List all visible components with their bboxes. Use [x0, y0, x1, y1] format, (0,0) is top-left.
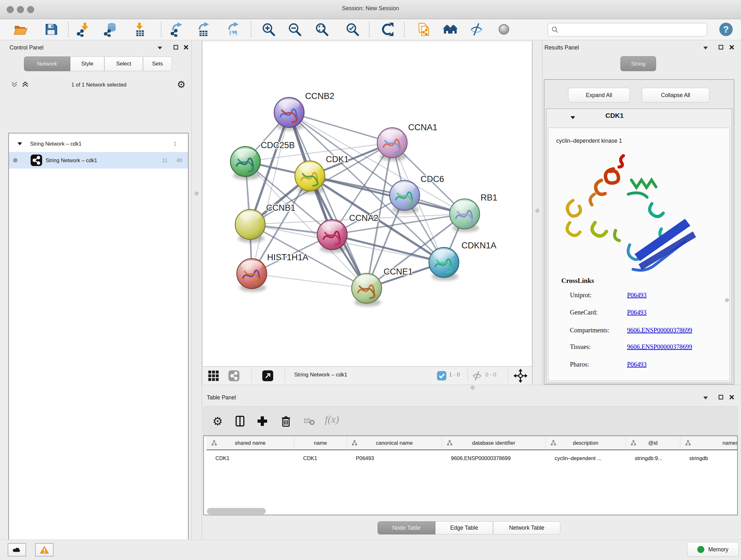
table-panel-close-button[interactable] [728, 394, 735, 400]
results-panel-close-button[interactable] [728, 44, 735, 51]
hide-selected-button[interactable] [468, 20, 485, 38]
import-network-database-button[interactable] [102, 20, 119, 38]
refresh-button[interactable] [379, 20, 396, 38]
show-columns-button[interactable] [232, 413, 248, 429]
table-cell[interactable]: stringdb [680, 451, 738, 465]
tab-select[interactable]: Select [105, 57, 143, 71]
graph-node-CCNE1[interactable] [352, 273, 382, 307]
left-splitter-grip[interactable] [195, 192, 199, 195]
right-splitter-grip[interactable] [536, 209, 539, 212]
column-header-shared-name[interactable]: shared name [206, 436, 294, 450]
results-panel-float-button[interactable] [718, 44, 724, 51]
fit-selected-button[interactable] [514, 369, 528, 383]
import-network-file-button[interactable] [74, 20, 92, 38]
function-builder-button[interactable]: f(x) [325, 414, 339, 425]
open-session-button[interactable] [11, 20, 29, 38]
graph-node-CDKN1A[interactable] [429, 247, 459, 281]
graph-node-RB1[interactable] [450, 199, 480, 232]
warnings-button[interactable] [35, 543, 54, 557]
column-header-namespace[interactable]: namespace [680, 436, 738, 450]
memory-button[interactable]: Memory [687, 542, 739, 557]
search-input[interactable] [548, 23, 707, 37]
control-panel-float-menu[interactable] [156, 45, 163, 51]
column-header--id[interactable]: @id [626, 436, 680, 450]
network-row[interactable]: String Network – cdk1 11 48 [9, 152, 188, 169]
column-header-description[interactable]: description [546, 436, 626, 450]
grid-view-button[interactable] [208, 370, 219, 381]
tree-expander-icon[interactable] [17, 142, 22, 145]
node-table[interactable]: shared namenamecanonical namedatabase id… [203, 435, 738, 515]
table-cell[interactable]: CDK1 [206, 451, 294, 465]
network-canvas[interactable]: CCNB2CCNA1CDC25BCDK1CDC6RB1CCNB1CCNA2CDK… [202, 42, 532, 366]
crosslink-link[interactable]: 9606.ENSP00000378699 [627, 343, 692, 351]
column-header-name[interactable]: name [294, 436, 347, 450]
control-panel-float-button[interactable] [172, 44, 179, 51]
control-panel-close-button[interactable] [183, 44, 190, 51]
export-image-button[interactable] [224, 20, 242, 38]
table-cell[interactable]: cyclin–dependent ... [546, 451, 626, 465]
table-settings-gear-button[interactable]: ⚙ [209, 413, 226, 429]
tab-string[interactable]: String [620, 56, 656, 71]
delete-table-button[interactable] [301, 413, 318, 429]
home-button[interactable] [441, 20, 459, 38]
table-cell[interactable]: P06493 [347, 451, 442, 465]
zoom-selected-button[interactable] [344, 20, 361, 38]
hidden-toggle[interactable] [472, 370, 482, 381]
tab-node-table[interactable]: Node Table [378, 521, 435, 535]
zoom-out-button[interactable] [286, 20, 304, 38]
table-cell[interactable]: stringdb:9... [626, 451, 680, 465]
column-header-database-identifier[interactable]: database identifier [442, 436, 546, 450]
graph-node-CCNB2[interactable] [274, 98, 304, 131]
export-table-button[interactable] [195, 20, 212, 38]
graph-node-HIST1H1A[interactable] [237, 259, 267, 292]
crosslink-link[interactable]: 9606.ENSP00000378699 [627, 327, 692, 334]
graph-node-CCNB1[interactable] [235, 209, 265, 243]
table-cell[interactable]: CDK1 [294, 451, 347, 465]
tab-network[interactable]: Network [24, 57, 70, 71]
graph-node-CCNA1[interactable] [377, 128, 407, 161]
results-panel-float-menu[interactable] [702, 45, 709, 51]
crosslink-link[interactable]: P06493 [627, 309, 647, 316]
gene-section-expander-icon[interactable] [570, 116, 576, 119]
crosslink-link[interactable]: P06493 [627, 361, 647, 368]
column-header-canonical-name[interactable]: canonical name [347, 436, 442, 450]
graph-edge[interactable] [252, 273, 367, 288]
graph-node-CDC25B[interactable] [230, 146, 260, 180]
table-panel-float-menu[interactable] [702, 395, 709, 401]
crosslink-link[interactable]: P06493 [627, 292, 647, 299]
network-options-gear-button[interactable]: ⚙ [176, 79, 186, 89]
collapse-all-networks-button[interactable] [11, 81, 18, 87]
show-all-button[interactable] [495, 20, 513, 38]
left-splitter[interactable] [192, 40, 202, 540]
help-button[interactable]: ? [718, 20, 735, 38]
bottom-splitter[interactable] [202, 385, 741, 390]
results-scroll-dot[interactable] [725, 298, 729, 302]
tab-edge-table[interactable]: Edge Table [435, 521, 493, 535]
network-view-app-button[interactable] [228, 370, 240, 381]
network-collection-row[interactable]: String Network – cdk1 1 [9, 135, 188, 152]
share-document-button[interactable] [415, 20, 433, 38]
graph-node-CDC6[interactable] [390, 180, 420, 213]
tab-network-table[interactable]: Network Table [493, 521, 560, 535]
expand-all-networks-button[interactable] [22, 81, 29, 87]
table-cell[interactable]: 9606.ENSP00000378699 [442, 451, 546, 465]
delete-column-button[interactable] [278, 413, 294, 429]
expand-all-button[interactable]: Expand All [568, 88, 630, 103]
network-graph[interactable]: CCNB2CCNA1CDC25BCDK1CDC6RB1CCNB1CCNA2CDK… [202, 42, 532, 366]
zoom-in-button[interactable] [260, 20, 278, 38]
export-network-button[interactable] [167, 20, 185, 38]
table-hscrollbar-thumb[interactable] [207, 508, 266, 514]
zoom-fit-button[interactable] [313, 20, 331, 38]
right-splitter[interactable] [532, 40, 542, 385]
tab-sets[interactable]: Sets [143, 57, 172, 71]
add-column-button[interactable] [254, 413, 271, 429]
tab-style[interactable]: Style [70, 57, 105, 71]
birdseye-view-button[interactable] [262, 370, 273, 381]
cloud-status-button[interactable] [8, 543, 26, 557]
graph-node-CDK1[interactable] [295, 161, 325, 194]
import-table-button[interactable] [131, 20, 149, 38]
selected-checkbox[interactable] [437, 371, 447, 381]
save-session-button[interactable] [42, 20, 60, 38]
graph-node-CCNA2[interactable] [317, 220, 347, 253]
table-panel-float-button[interactable] [718, 394, 724, 400]
